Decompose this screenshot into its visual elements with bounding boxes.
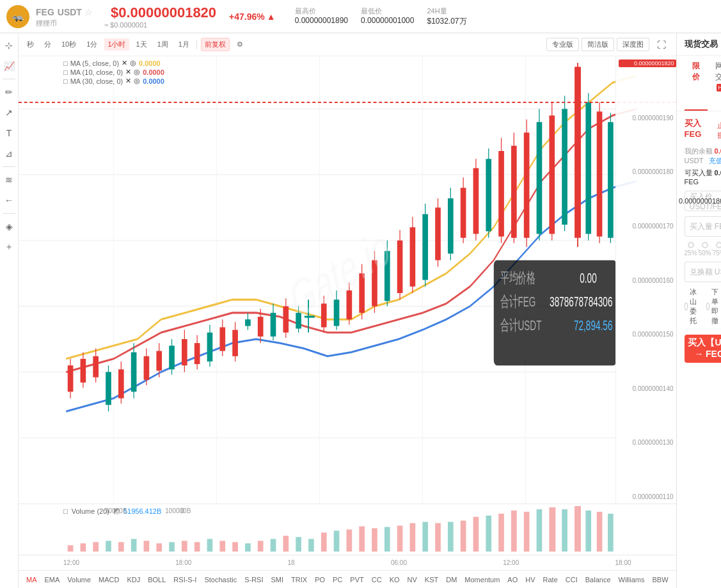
ma-indicators: □ MA (5, close, 0) ✕ ◎ 0.0000 □ MA (10, … [63, 59, 164, 85]
eraser-tool[interactable]: ◈ [0, 218, 18, 235]
logo-icon: 🦡 [6, 5, 29, 28]
time-1h[interactable]: 1小时 [104, 38, 129, 51]
svg-rect-141 [473, 517, 479, 552]
simple-view-btn[interactable]: 简洁版 [582, 38, 614, 51]
buy-title: 买入 FEG [685, 118, 718, 139]
ind-tab-ko[interactable]: KO [387, 575, 402, 585]
ind-tab-po[interactable]: PO [312, 575, 328, 585]
ind-tab-stoch[interactable]: Stochastic [202, 575, 239, 585]
ma5-eye-icon[interactable]: ◎ [130, 59, 136, 67]
plus-tool[interactable]: ＋ [0, 238, 18, 256]
svg-rect-152 [608, 514, 614, 552]
ind-tab-smi[interactable]: SMI [269, 575, 287, 585]
pencil-tool[interactable]: ✏ [0, 83, 18, 101]
ind-tab-kdj[interactable]: KDJ [124, 575, 143, 585]
time-10s[interactable]: 10秒 [58, 38, 79, 51]
buy-pct-50[interactable]: 50% [699, 242, 711, 257]
buy-action-btn[interactable]: 买入【USDT → FEG】 [685, 335, 721, 363]
price-level-3: 0.0000000170 [619, 223, 674, 230]
price-level-2: 0.0000000180 [619, 168, 674, 175]
buy-pct-75-dot [716, 242, 721, 248]
svg-rect-121 [219, 541, 225, 552]
buy-charge-link[interactable]: 充值 [709, 157, 721, 164]
svg-rect-127 [296, 537, 301, 552]
line-tool[interactable]: 📈 [0, 57, 18, 75]
buy-stop-loss-btn[interactable]: 止盈止损 [717, 121, 721, 140]
ind-tab-trix[interactable]: TRIX [289, 575, 310, 585]
buy-exchange-input[interactable] [685, 262, 721, 282]
ind-tab-rsi[interactable]: RSI-S-I [171, 575, 199, 585]
price-level-4: 0.0000000160 [619, 277, 674, 284]
tab-grid[interactable]: 网格交易HOT [708, 56, 721, 111]
ind-tab-bbw[interactable]: BBW [649, 575, 670, 585]
pro-view-btn[interactable]: 专业版 [546, 38, 579, 51]
svg-text:3878678784306: 3878678784306 [550, 293, 612, 309]
buy-pct-75[interactable]: 75% [713, 242, 721, 257]
chart-settings-icon[interactable]: ⚙ [234, 39, 246, 50]
svg-rect-113 [118, 542, 124, 552]
high-stat: 最高价 0.00000001890 [295, 6, 348, 27]
buy-iceberg-radio[interactable]: 冰山委托 [685, 287, 701, 326]
ind-tab-dm[interactable]: DM [443, 575, 459, 585]
ind-tab-volume[interactable]: Volume [65, 575, 93, 585]
ind-tab-cci[interactable]: CCI [563, 575, 580, 585]
arrow-tool[interactable]: ↗ [0, 104, 18, 122]
ind-tab-momentum[interactable]: Momentum [462, 575, 502, 585]
time-1w[interactable]: 1周 [154, 38, 171, 51]
svg-rect-110 [81, 543, 86, 552]
ind-tab-macd[interactable]: MACD [96, 575, 122, 585]
volume-chart: □ Volume (20) ◩ 51956.412B 100000B 50000… [19, 504, 676, 555]
approx-price: ≈ $0.0000001 [104, 21, 216, 29]
time-1d[interactable]: 1天 [133, 38, 150, 51]
buy-cancel-radio[interactable]: 下单即撤 [706, 287, 721, 326]
chart-toolbar: 秒 分 10秒 1分 1小时 1天 1周 1月 前复权 ⚙ 专业版 简洁版 深度… [19, 33, 676, 56]
ind-tab-hv[interactable]: HV [523, 575, 537, 585]
text-tool[interactable]: T [0, 124, 18, 142]
tab-limit[interactable]: 限价 [685, 56, 708, 111]
svg-text:0.00: 0.00 [580, 269, 596, 285]
ma30-eye-icon[interactable]: ◎ [134, 77, 140, 85]
fullscreen-btn[interactable]: ⛶ [652, 38, 671, 51]
svg-rect-128 [308, 539, 314, 552]
ind-tab-nv[interactable]: NV [405, 575, 420, 585]
ind-tab-cc[interactable]: CC [369, 575, 384, 585]
buy-qty-input[interactable] [685, 216, 721, 237]
ind-tab-rate[interactable]: Rate [541, 575, 560, 585]
ind-tab-srsi[interactable]: S-RSI [242, 575, 265, 585]
svg-rect-112 [106, 541, 111, 552]
svg-rect-150 [585, 511, 591, 552]
divider2 [3, 166, 15, 167]
ind-tab-ma[interactable]: MA [24, 575, 40, 585]
buy-cancel-circle [706, 303, 710, 310]
svg-rect-117 [169, 542, 175, 552]
time-seconds[interactable]: 秒 [24, 38, 37, 51]
pre-reset-btn[interactable]: 前复权 [201, 38, 230, 51]
crosshair-tool[interactable]: ⊹ [0, 36, 18, 54]
ind-tab-ema[interactable]: EMA [42, 575, 63, 585]
ind-tab-ao[interactable]: AO [505, 575, 520, 585]
back-tool[interactable]: ← [0, 191, 18, 209]
ind-tab-pc[interactable]: PC [330, 575, 345, 585]
ma5-close-icon[interactable]: ✕ [122, 59, 127, 67]
ma30-close-icon[interactable]: ✕ [125, 77, 131, 85]
svg-rect-151 [597, 512, 603, 552]
ind-tab-williams[interactable]: Williams [616, 575, 647, 585]
volume-stat: 24H量 $1032.07万 [427, 6, 466, 27]
measure-tool[interactable]: ⊿ [0, 145, 18, 163]
buy-options-row: 冰山委托 下单即撤 手续费 ▼ [685, 287, 721, 326]
buy-pct-25[interactable]: 25% [685, 242, 697, 257]
ind-tab-boll[interactable]: BOLL [145, 575, 168, 585]
depth-chart-btn[interactable]: 深度图 [617, 38, 649, 51]
favorite-star-icon[interactable]: ☆ [84, 7, 93, 18]
chart-tools: ⊹ 📈 ✏ ↗ T ⊿ ≋ ← ◈ ＋ [0, 33, 19, 588]
ma10-close-icon[interactable]: ✕ [125, 68, 131, 76]
time-1m[interactable]: 1分 [83, 38, 100, 51]
ind-tab-pvt[interactable]: PVT [347, 575, 366, 585]
time-1mo[interactable]: 1月 [175, 38, 193, 51]
time-1min[interactable]: 分 [41, 38, 54, 51]
ind-tab-balance[interactable]: Balance [583, 575, 614, 585]
ma10-eye-icon[interactable]: ◎ [134, 68, 140, 76]
ind-tab-kst[interactable]: KST [422, 575, 441, 585]
fib-tool[interactable]: ≋ [0, 171, 18, 189]
buy-pct-25-dot [688, 242, 694, 248]
